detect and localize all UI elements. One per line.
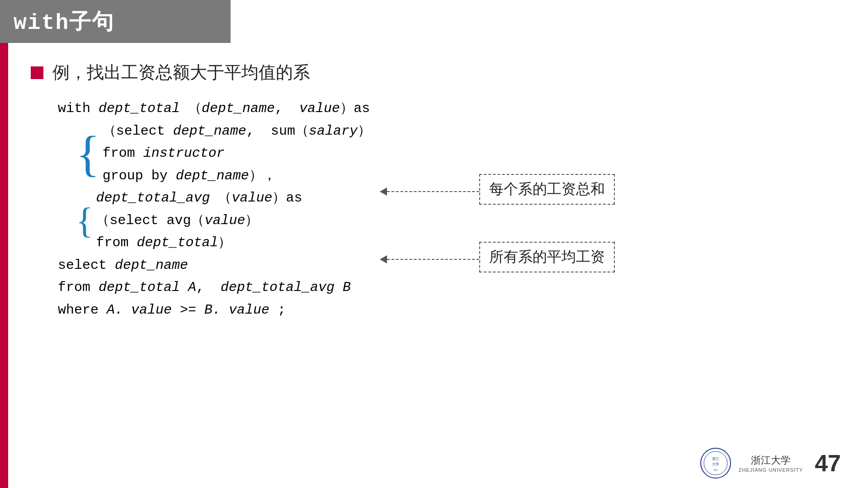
brace-group-2: { dept_total_avg （value）as （select avg（v… [76,187,841,254]
bullet-text: 例，找出工资总额大于平均值的系 [52,61,310,84]
code-line-9: from dept_total A, dept_total_avg B [58,277,841,299]
accent-bar-bottom [0,282,8,488]
arrowhead-1 [380,188,387,196]
dashed-line-1 [387,191,479,192]
arrowhead-2 [380,255,387,263]
uni-name-cn: 浙江大学 [751,454,791,467]
code-block: with dept_total （dept_name, value）as { （… [58,98,841,321]
svg-text:大学: 大学 [712,462,719,466]
university-name: 浙江大学 ZHEJIANG UNIVERSITY [739,454,803,473]
title-bar: with子句 [0,0,231,43]
svg-text:ZJU: ZJU [713,469,718,471]
brace-lines-2: dept_total_avg （value）as （select avg（val… [96,187,302,254]
brace-lines-1: （select dept_name, sum（salary） from inst… [103,120,371,188]
code-line-6: （select avg（value） [96,210,302,232]
page-number: 47 [815,450,841,477]
main-content: 例，找出工资总额大于平均值的系 with dept_total （dept_na… [8,43,868,488]
code-line-10: where A. value >= B. value ; [58,299,841,322]
bullet-icon [31,66,43,79]
dashed-line-2 [387,259,479,260]
accent-bar-top [0,43,8,282]
code-line-3: from instructor [103,142,371,165]
svg-text:浙江: 浙江 [712,457,719,461]
bullet-row: 例，找出工资总额大于平均值的系 [31,61,841,84]
code-line-2: （select dept_name, sum（salary） [103,120,371,143]
annotation-box-2: 所有系的平均工资 [479,242,615,272]
arrow-1 [380,188,479,196]
code-line-7: from dept_total） [96,232,302,254]
it-dept-total: dept_total [99,98,180,120]
code-line-1: with dept_total （dept_name, value）as [58,98,841,120]
uni-name-en: ZHEJIANG UNIVERSITY [739,467,803,473]
university-logo: 浙江 大学 ZJU [700,447,731,479]
footer: 浙江 大学 ZJU 浙江大学 ZHEJIANG UNIVERSITY 47 [700,447,841,479]
annotation-box-1: 每个系的工资总和 [479,174,615,205]
arrow-2 [380,255,479,263]
kw-with: with [58,98,99,120]
brace-group-1: { （select dept_name, sum（salary） from in… [76,120,841,188]
slide-title: with子句 [14,7,114,36]
code-line-4: group by dept_name）， [103,165,371,188]
code-line-5: dept_total_avg （value）as [96,187,302,210]
